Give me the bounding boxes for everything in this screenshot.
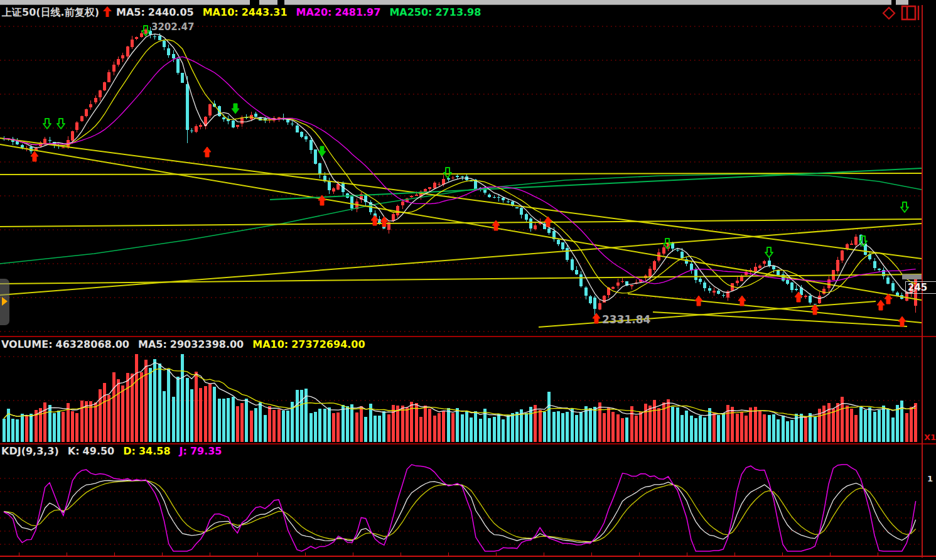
vol-ma5-value: 29032398.00 — [170, 338, 244, 350]
current-price-label: 245 — [905, 281, 936, 294]
price-marker-bar — [902, 274, 922, 279]
vol-ma10-value: 27372694.00 — [291, 338, 365, 350]
main-pane-header: 上证50(日线.前复权)MA5:2440.05MA10:2443.31MA20:… — [2, 6, 484, 19]
d-value: 34.58 — [139, 445, 171, 457]
peak-price-label: 3202.47 — [151, 21, 194, 33]
kdj-scale-label: 1 — [927, 474, 933, 483]
kdj-lines — [4, 465, 916, 551]
ma10-value: 2443.31 — [242, 6, 288, 18]
split-window-icon[interactable] — [902, 6, 915, 19]
kdj-pane-header: KDJ(9,3,3)K:49.50D:34.58J:79.35 — [1, 445, 225, 457]
low-price-label: 2331.84 — [602, 313, 650, 326]
ma5-label: MA5: — [116, 6, 145, 18]
ma10-label: MA10: — [203, 6, 239, 18]
instrument-title: 上证50(日线.前复权) — [2, 6, 99, 18]
right-triangle-icon — [2, 297, 8, 306]
trading-app-window: { "main_header": { "title": "上证50(日线.前复权… — [0, 0, 936, 560]
corner-icons — [879, 4, 923, 23]
volume-label: VOLUME: — [1, 338, 53, 350]
axis-and-borders — [0, 5, 936, 557]
ma20-label: MA20: — [296, 6, 332, 18]
volume-unit-label: X1 — [924, 433, 936, 442]
j-value: 79.35 — [190, 445, 222, 457]
vol-ma5-label: MA5: — [138, 338, 167, 350]
volume-bars — [3, 354, 918, 442]
toolbar-edge-segment — [259, 0, 277, 5]
volume-pane-header: VOLUME:46328068.00MA5:29032398.00MA10:27… — [1, 338, 368, 350]
volume-value: 46328068.00 — [56, 338, 129, 350]
ma20-value: 2481.97 — [335, 6, 381, 18]
toolbar-edge-segment — [0, 0, 250, 5]
vol-ma10-label: MA10: — [252, 338, 288, 350]
chart-canvas[interactable] — [0, 0, 936, 560]
ma5-value: 2440.05 — [148, 6, 194, 18]
kdj-label: KDJ(9,3,3) — [1, 445, 59, 457]
left-panel-expander[interactable] — [0, 279, 9, 325]
k-value: 49.50 — [83, 445, 115, 457]
up-arrow-icon — [102, 6, 112, 18]
d-label: D: — [123, 445, 136, 457]
ma250-value: 2713.98 — [435, 6, 481, 18]
k-label: K: — [68, 445, 80, 457]
gridlines — [0, 26, 922, 544]
ma250-label: MA250: — [389, 6, 432, 18]
diamond-icon[interactable] — [883, 8, 895, 19]
toolbar-edge-segment — [284, 0, 891, 5]
j-label: J: — [180, 445, 187, 457]
ma250-line — [0, 174, 922, 264]
trendlines[interactable] — [0, 138, 922, 327]
signal-markers — [31, 26, 908, 326]
